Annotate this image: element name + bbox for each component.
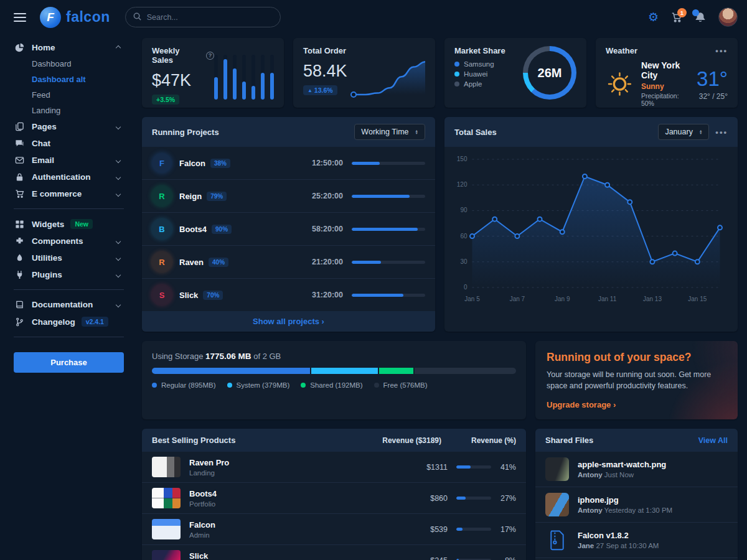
cart-icon[interactable]: 1 [671,12,682,23]
product-row[interactable]: Boots4 Portfolio $860 27% [142,482,526,513]
shared-file-item[interactable]: apple-smart-watch.png Antony Just Now [535,452,738,487]
weekly-sales-bar [261,55,265,100]
product-category[interactable]: Admin [189,531,215,539]
weekly-sales-bar [251,55,255,100]
project-row[interactable]: F Falcon 38% 12:50:00 [142,147,435,179]
chevron-down-icon [116,238,121,243]
total-order-badge: ▲ 13.6% [303,85,337,95]
sidebar-subitem-dashboard-alt[interactable]: Dashboard alt [14,72,124,87]
storage-used: 1775.06 MB [205,352,251,361]
svg-text:60: 60 [460,233,467,240]
product-row[interactable]: Falcon Admin $539 17% [142,513,526,544]
working-time-select[interactable]: Working Time ▲▼ [354,124,425,140]
sidebar-item-home[interactable]: Home [14,39,124,56]
sidebar-item-documentation[interactable]: Documentation [14,296,124,313]
weekly-sales-badge: +3.5% [152,95,179,105]
weekly-sales-bar [233,55,237,100]
shared-file-item[interactable]: Falcon v1.8.2 Jane 27 Sep at 10:30 AM [535,522,738,558]
show-all-projects-link[interactable]: Show all projects › [253,317,324,326]
sidebar-item-utilities[interactable]: Utilities [14,250,124,266]
search-input[interactable] [125,7,281,27]
project-percent-badge: 90% [212,225,232,234]
product-revenue: $539 [382,525,448,534]
user-avatar[interactable] [718,7,738,27]
svg-text:150: 150 [457,156,467,162]
promo-title: Running out of your space? [547,351,726,364]
project-percent-badge: 38% [210,159,230,168]
product-progress-bar [456,497,491,500]
help-icon[interactable]: ? [206,52,214,60]
project-row[interactable]: S Slick 70% 31:20:00 [142,278,435,311]
project-row[interactable]: R Reign 79% 25:20:00 [142,179,435,212]
weather-city: New York City [641,60,689,80]
cart-icon [15,189,26,198]
weather-menu-icon[interactable]: ••• [715,46,728,55]
hamburger-menu-icon[interactable] [14,13,26,22]
view-all-link[interactable]: View All [698,436,728,445]
month-select[interactable]: January ▲▼ [658,124,709,140]
product-name: Slick [189,551,212,560]
legend-item: Shared (192MB) [301,381,362,389]
legend-item: Regular (895MB) [152,381,216,389]
sidebar-item-email[interactable]: Email [14,152,124,169]
svg-text:Jan 9: Jan 9 [555,296,570,302]
project-progress-bar [352,228,425,231]
shared-file-item[interactable]: iMac.jpg Rowen 23 Sep at 6:10 PM [535,558,738,560]
running-projects-card: Running Projects Working Time ▲▼ F Falco… [142,117,435,332]
svg-text:90: 90 [460,207,467,213]
zip-file-icon [545,528,569,552]
sidebar-item-pages[interactable]: Pages [14,118,124,135]
legend-dot [454,82,459,86]
project-row[interactable]: R Raven 40% 21:20:00 [142,245,435,278]
sidebar-subitem-dashboard[interactable]: Dashboard [14,56,124,72]
sidebar-item-components[interactable]: Components [14,233,124,250]
sidebar-subitem-landing[interactable]: Landing [14,103,124,118]
sidebar-item-widgets[interactable]: WidgetsNew [14,215,124,233]
project-row[interactable]: B Boots4 90% 58:20:00 [142,212,435,245]
weekly-sales-value: $47K [152,71,214,90]
svg-text:30: 30 [460,258,467,265]
settings-gear-icon[interactable]: ⚙ [648,11,659,23]
notifications-bell-icon[interactable] [695,12,706,23]
weather-title: Weather [606,46,637,55]
svg-text:Jan 5: Jan 5 [464,296,480,302]
purchase-button[interactable]: Purchase [14,352,124,373]
total-sales-menu-icon[interactable]: ••• [715,128,728,137]
weekly-sales-bar [223,55,227,100]
project-time: 12:50:00 [312,159,343,167]
sidebar-item-chat[interactable]: Chat [14,135,124,152]
legend-dot [374,383,379,388]
file-thumbnail [545,493,569,516]
project-time: 25:20:00 [312,192,343,200]
sidebar-item-plugins[interactable]: Plugins [14,266,124,283]
svg-text:120: 120 [457,181,467,188]
svg-text:Jan 15: Jan 15 [688,296,707,302]
product-row[interactable]: Slick Builder $245 8% [142,544,526,560]
sidebar-item-e-commerce[interactable]: E commerce [14,185,124,202]
best-selling-title: Best Selling Products [152,436,370,445]
legend-dot [454,62,459,67]
plug-icon [15,270,26,279]
storage-title: Using Storage 1775.06 MB of 2 GB [152,352,516,361]
project-avatar: F [152,153,172,173]
falcon-logo[interactable]: F falcon [40,7,110,28]
market-share-center-value: 26M [523,46,576,100]
weekly-sales-bar [214,55,218,100]
upgrade-storage-link[interactable]: Upgrade storage › [547,400,616,409]
select-arrows-icon: ▲▼ [699,129,702,135]
product-thumbnail [152,519,181,539]
product-thumbnail [152,488,181,508]
file-author: Jane [578,542,594,549]
sidebar-item-changelog[interactable]: Changelogv2.4.1 [14,313,124,330]
shared-file-item[interactable]: iphone.jpg Antony Yesterday at 1:30 PM [535,487,738,522]
product-percent: 41% [497,463,516,472]
notification-indicator [692,9,699,16]
product-category[interactable]: Landing [189,469,229,477]
product-revenue: $860 [382,494,448,503]
product-name: Boots4 [189,489,217,498]
sidebar-item-authentication[interactable]: Authentication [14,169,124,185]
project-avatar: B [152,219,172,239]
sidebar-subitem-feed[interactable]: Feed [14,87,124,103]
product-row[interactable]: Raven Pro Landing $1311 41% [142,452,526,482]
product-category[interactable]: Portfolio [189,500,217,508]
